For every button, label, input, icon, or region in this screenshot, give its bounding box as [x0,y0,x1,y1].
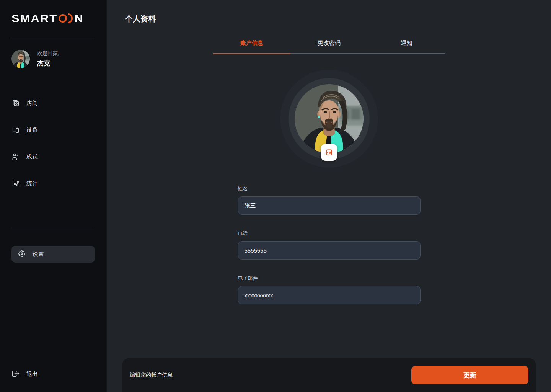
phone-field-group: 电话 [238,230,421,260]
tab-account-info[interactable]: 账户信息 [213,39,290,54]
account-info-form: 姓名 电话 电子邮件 [238,185,421,304]
members-icon [11,152,20,161]
sidebar-item-settings[interactable]: 设置 [11,246,95,263]
name-field-group: 姓名 [238,185,421,215]
phone-input[interactable] [238,241,421,260]
change-photo-button[interactable] [321,144,337,161]
name-label: 姓名 [238,185,421,192]
email-input[interactable] [238,286,421,304]
stats-icon [11,179,20,188]
page-title: 个人资料 [125,14,551,24]
name-input[interactable] [238,196,421,215]
logo-text-left: SMART [11,12,57,25]
main-content: 个人资料 账户信息 更改密码 通知 姓名 电话 [107,0,551,392]
sidebar-item-logout[interactable]: 退出 [11,369,95,379]
greeting-text: 欢迎回家, [37,50,59,57]
profile-photo [295,84,364,153]
profile-avatar-block [280,70,378,168]
logo-ring-icon [59,14,67,23]
sidebar-item-devices[interactable]: 设备 [11,124,95,135]
sidebar-divider-bottom [11,227,95,227]
sidebar-item-label: 统计 [26,180,38,187]
sidebar-user: 欢迎回家, 杰克 [11,50,95,68]
brand-logo: SMART N [11,11,95,25]
sidebar-item-stats[interactable]: 统计 [11,178,95,189]
tab-change-password[interactable]: 更改密码 [290,39,368,54]
logo-text-right: N [74,12,83,25]
sidebar-item-label: 成员 [26,153,38,160]
phone-label: 电话 [238,230,421,237]
devices-icon [11,126,20,134]
email-field-group: 电子邮件 [238,275,421,304]
edit-info-hint: 编辑您的帐户信息 [130,372,173,379]
sidebar-divider-top [11,38,95,38]
user-avatar [11,50,30,68]
edit-info-card: 编辑您的帐户信息 更新 [122,358,536,392]
sidebar-item-label: 设置 [33,251,44,258]
sidebar-item-rooms[interactable]: 房间 [11,98,95,108]
logo-arc-icon [68,13,73,24]
sidebar-item-label: 房间 [26,100,38,107]
sidebar-nav: 房间 设备 成员 [11,98,95,205]
sidebar: SMART N 欢迎回家, 杰克 房间 [0,0,107,392]
profile-tabs: 账户信息 更改密码 通知 [213,39,445,54]
username-text: 杰克 [37,59,59,68]
email-label: 电子邮件 [238,275,421,282]
photo-icon [325,149,333,156]
rooms-icon [11,99,20,107]
settings-gear-icon [18,250,26,259]
sidebar-item-label: 退出 [26,371,38,378]
tab-notifications[interactable]: 通知 [368,39,445,54]
sidebar-item-label: 设备 [26,126,38,134]
sidebar-item-members[interactable]: 成员 [11,151,95,162]
update-button[interactable]: 更新 [411,366,528,384]
logout-icon [11,369,20,379]
